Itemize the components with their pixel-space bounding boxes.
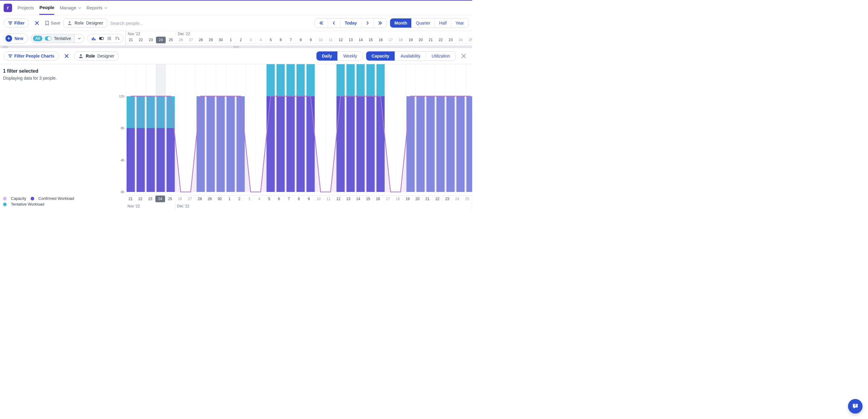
- day-cell[interactable]: 28: [196, 37, 206, 43]
- day-cell[interactable]: 21: [426, 37, 436, 43]
- day-cell[interactable]: 6: [276, 37, 286, 43]
- nav-people[interactable]: People: [39, 1, 54, 15]
- day-cell[interactable]: 14: [356, 37, 366, 43]
- day-cell[interactable]: 23: [442, 196, 453, 202]
- tentative-toggle[interactable]: All Tentative: [31, 34, 75, 43]
- splitter-top[interactable]: [0, 45, 472, 48]
- day-cell[interactable]: 22: [136, 196, 146, 202]
- day-cell[interactable]: 18: [396, 37, 406, 43]
- search-input[interactable]: [110, 21, 168, 26]
- today-button[interactable]: Today: [340, 19, 361, 28]
- range-quarter[interactable]: Quarter: [411, 19, 435, 28]
- day-cell[interactable]: 2: [236, 37, 246, 43]
- day-cell[interactable]: 8: [294, 196, 304, 202]
- day-cell[interactable]: 24: [456, 37, 466, 43]
- day-cell[interactable]: 4: [256, 37, 266, 43]
- day-cell[interactable]: 23: [145, 196, 155, 202]
- day-cell[interactable]: 26: [175, 196, 185, 202]
- day-cell[interactable]: 4: [254, 196, 265, 202]
- filter-button[interactable]: Filter: [4, 19, 29, 28]
- day-cell[interactable]: 22: [136, 37, 146, 43]
- day-cell[interactable]: 5: [266, 37, 276, 43]
- day-cell[interactable]: 5: [265, 196, 274, 202]
- app-logo[interactable]: r: [4, 4, 12, 12]
- day-cell[interactable]: 19: [406, 37, 416, 43]
- day-cell[interactable]: 3: [246, 37, 256, 43]
- day-cell[interactable]: 12: [336, 37, 346, 43]
- day-cell[interactable]: 17: [386, 37, 396, 43]
- day-cell[interactable]: 2: [235, 196, 245, 202]
- save-filter-button[interactable]: Save: [45, 18, 60, 28]
- day-cell[interactable]: 21: [423, 196, 433, 202]
- metric-availability[interactable]: Availability: [395, 52, 426, 61]
- day-cell[interactable]: 23: [446, 37, 456, 43]
- day-cell[interactable]: 8: [296, 37, 306, 43]
- day-cell[interactable]: 30: [216, 37, 226, 43]
- day-cell[interactable]: 13: [343, 196, 353, 202]
- day-cell[interactable]: 24: [156, 37, 166, 43]
- role-filter-chip[interactable]: Role Designer: [63, 19, 107, 28]
- view-options[interactable]: [87, 34, 124, 43]
- freq-weekly[interactable]: Weekly: [338, 52, 363, 61]
- day-cell[interactable]: 15: [366, 37, 376, 43]
- filter-charts-button[interactable]: Filter People Charts: [4, 52, 59, 61]
- tentative-dropdown[interactable]: [75, 34, 84, 43]
- metric-utilization[interactable]: Utilization: [426, 52, 456, 61]
- day-cell[interactable]: 24: [155, 196, 165, 202]
- day-cell[interactable]: 28: [195, 196, 205, 202]
- day-cell[interactable]: 27: [186, 37, 196, 43]
- nav-first-button[interactable]: [315, 19, 328, 28]
- day-cell[interactable]: 22: [433, 196, 442, 202]
- nav-last-button[interactable]: [374, 19, 386, 28]
- day-cell[interactable]: 13: [346, 37, 356, 43]
- close-chart-button[interactable]: [459, 51, 468, 61]
- day-cell[interactable]: 23: [146, 37, 156, 43]
- day-cell[interactable]: 1: [226, 37, 236, 43]
- nav-manage[interactable]: Manage: [60, 1, 81, 14]
- day-cell[interactable]: 21: [126, 196, 136, 202]
- freq-daily[interactable]: Daily: [316, 52, 338, 61]
- day-cell[interactable]: 25: [166, 37, 176, 43]
- nav-next-button[interactable]: [361, 19, 374, 28]
- day-cell[interactable]: 15: [364, 196, 373, 202]
- day-cell[interactable]: 3: [244, 196, 254, 202]
- day-cell[interactable]: 11: [326, 37, 336, 43]
- day-cell[interactable]: 6: [274, 196, 284, 202]
- day-cell[interactable]: 21: [126, 37, 136, 43]
- range-year[interactable]: Year: [451, 19, 468, 28]
- day-cell[interactable]: 25: [466, 37, 472, 43]
- day-cell[interactable]: 27: [185, 196, 195, 202]
- day-cell[interactable]: 10: [316, 37, 326, 43]
- day-cell[interactable]: 26: [176, 37, 186, 43]
- nav-reports[interactable]: Reports: [87, 1, 107, 14]
- day-cell[interactable]: 10: [314, 196, 324, 202]
- day-cell[interactable]: 17: [383, 196, 393, 202]
- day-cell[interactable]: 24: [453, 196, 462, 202]
- day-cell[interactable]: 29: [205, 196, 215, 202]
- day-cell[interactable]: 9: [306, 37, 316, 43]
- day-cell[interactable]: 22: [436, 37, 446, 43]
- range-month[interactable]: Month: [390, 19, 411, 28]
- day-cell[interactable]: 7: [284, 196, 294, 202]
- day-cell[interactable]: 16: [373, 196, 383, 202]
- day-cell[interactable]: 16: [376, 37, 386, 43]
- nav-projects[interactable]: Projects: [18, 1, 34, 14]
- day-cell[interactable]: 18: [393, 196, 403, 202]
- day-cell[interactable]: 20: [416, 37, 426, 43]
- new-button[interactable]: + New: [4, 33, 28, 43]
- day-cell[interactable]: 14: [353, 196, 364, 202]
- day-cell[interactable]: 30: [215, 196, 225, 202]
- day-cell[interactable]: 1: [225, 196, 235, 202]
- day-cell[interactable]: 11: [324, 196, 334, 202]
- day-cell[interactable]: 12: [334, 196, 343, 202]
- day-cell[interactable]: 29: [206, 37, 216, 43]
- clear-chart-filter-button[interactable]: [62, 51, 71, 61]
- day-cell[interactable]: 19: [403, 196, 413, 202]
- clear-filter-button[interactable]: [32, 18, 42, 28]
- day-cell[interactable]: 20: [413, 196, 423, 202]
- range-half[interactable]: Half: [435, 19, 451, 28]
- day-cell[interactable]: 25: [462, 196, 472, 202]
- day-cell[interactable]: 7: [286, 37, 296, 43]
- chart-role-chip[interactable]: Role Designer: [74, 52, 118, 61]
- day-cell[interactable]: 9: [304, 196, 314, 202]
